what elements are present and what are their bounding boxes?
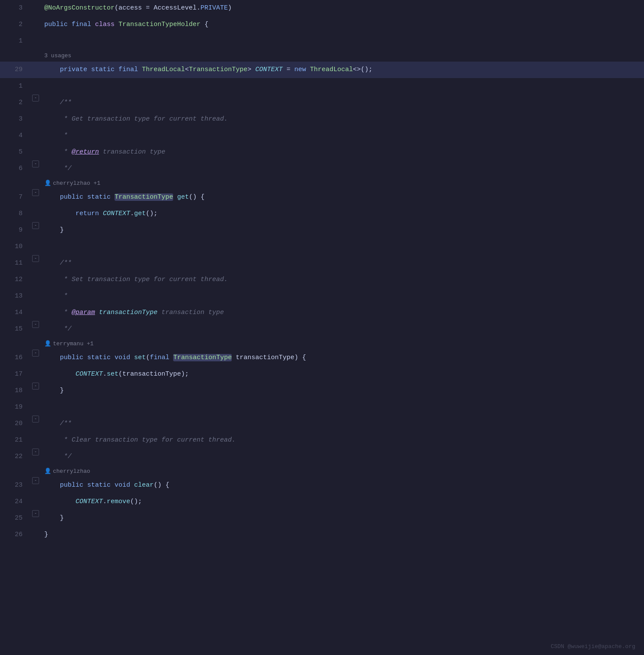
line-number: 14: [0, 305, 30, 321]
code-content: * Set transaction type for current threa…: [41, 272, 644, 288]
code-line: 29 private static final ThreadLocal<Tran…: [0, 62, 644, 78]
code-content: CONTEXT.remove();: [41, 494, 644, 510]
author-hint: 👤cherrylzhao +1: [0, 177, 644, 189]
fold-gutter[interactable]: -: [30, 189, 41, 196]
fold-gutter[interactable]: -: [30, 255, 41, 262]
code-line: 22- */: [0, 449, 644, 465]
code-line: 18- }: [0, 383, 644, 399]
line-number: 3: [0, 0, 30, 16]
author-icon: 👤: [44, 468, 51, 475]
code-line: 7- public static TransactionType get() {: [0, 189, 644, 206]
code-content: public final class TransactionTypeHolder…: [41, 16, 644, 33]
fold-icon[interactable]: -: [32, 510, 39, 517]
line-number: 10: [0, 239, 30, 255]
code-content: */: [41, 160, 644, 177]
line-number: 1: [0, 33, 30, 49]
code-content: /**: [41, 95, 644, 111]
fold-icon[interactable]: -: [32, 222, 39, 229]
line-number: 18: [0, 383, 30, 399]
code-line: 14 * @param transactionType transaction …: [0, 305, 644, 321]
fold-gutter[interactable]: -: [30, 510, 41, 517]
fold-gutter[interactable]: -: [30, 383, 41, 390]
code-content: * Get transaction type for current threa…: [41, 111, 644, 128]
line-number: 8: [0, 206, 30, 222]
line-number: 16: [0, 350, 30, 366]
code-line: 12 * Set transaction type for current th…: [0, 272, 644, 288]
code-line: 24 CONTEXT.remove();: [0, 494, 644, 510]
fold-icon[interactable]: -: [32, 350, 39, 357]
fold-icon[interactable]: -: [32, 383, 39, 390]
line-number: 9: [0, 222, 30, 239]
fold-gutter[interactable]: -: [30, 95, 41, 102]
author-icon: 👤: [44, 180, 51, 187]
code-content: @NoArgsConstructor(access = AccessLevel.…: [41, 0, 644, 16]
line-number: 11: [0, 255, 30, 272]
fold-icon[interactable]: -: [32, 160, 39, 167]
fold-icon[interactable]: -: [32, 95, 39, 102]
line-number: 19: [0, 399, 30, 416]
code-line: 8 return CONTEXT.get();: [0, 206, 644, 222]
code-content: return CONTEXT.get();: [41, 206, 644, 222]
fold-gutter[interactable]: -: [30, 222, 41, 229]
author-hint: 👤terrymanu +1: [0, 337, 644, 350]
line-number: 4: [0, 128, 30, 144]
line-number: 2: [0, 95, 30, 111]
fold-icon[interactable]: -: [32, 255, 39, 262]
line-number: 20: [0, 416, 30, 432]
line-number: 25: [0, 510, 30, 527]
code-content: private static final ThreadLocal<Transac…: [41, 62, 644, 78]
code-content: public static TransactionType get() {: [41, 189, 644, 206]
code-line: 23- public static void clear() {: [0, 477, 644, 494]
code-line: 10: [0, 239, 644, 255]
line-number: 21: [0, 432, 30, 449]
code-line: 1: [0, 33, 644, 49]
fold-icon[interactable]: -: [32, 449, 39, 455]
code-line: 21 * Clear transaction type for current …: [0, 432, 644, 449]
fold-gutter[interactable]: -: [30, 160, 41, 167]
line-number: 12: [0, 272, 30, 288]
code-line: 19: [0, 399, 644, 416]
code-content: }: [41, 222, 644, 239]
line-number: 3: [0, 111, 30, 128]
fold-gutter[interactable]: -: [30, 350, 41, 357]
code-content: *: [41, 288, 644, 305]
code-line: 3 * Get transaction type for current thr…: [0, 111, 644, 128]
fold-icon[interactable]: -: [32, 321, 39, 328]
author-icon: 👤: [44, 340, 51, 347]
code-content: *: [41, 128, 644, 144]
line-number: 5: [0, 144, 30, 160]
code-line: 25- }: [0, 510, 644, 527]
line-number: 13: [0, 288, 30, 305]
line-number: 22: [0, 449, 30, 465]
line-number: 1: [0, 78, 30, 95]
fold-icon[interactable]: -: [32, 477, 39, 484]
code-line: 9- }: [0, 222, 644, 239]
code-line: 2public final class TransactionTypeHolde…: [0, 16, 644, 33]
code-line: 2- /**: [0, 95, 644, 111]
fold-icon[interactable]: -: [32, 189, 39, 196]
code-content: CONTEXT.set(transactionType);: [41, 366, 644, 383]
line-number: 26: [0, 527, 30, 543]
code-line: 13 *: [0, 288, 644, 305]
code-line: 3@NoArgsConstructor(access = AccessLevel…: [0, 0, 644, 16]
fold-icon[interactable]: -: [32, 416, 39, 422]
code-content: public static void set(final Transaction…: [41, 350, 644, 366]
fold-gutter[interactable]: -: [30, 477, 41, 484]
code-line: 16- public static void set(final Transac…: [0, 350, 644, 366]
code-line: 4 *: [0, 128, 644, 144]
line-number: 2: [0, 16, 30, 33]
line-number: 24: [0, 494, 30, 510]
code-line: 6- */: [0, 160, 644, 177]
code-content: }: [41, 527, 644, 543]
fold-gutter[interactable]: -: [30, 449, 41, 455]
code-content: * @param transactionType transaction typ…: [41, 305, 644, 321]
fold-gutter[interactable]: -: [30, 416, 41, 422]
code-content: }: [41, 383, 644, 399]
code-line: 5 * @return transaction type: [0, 144, 644, 160]
code-line: 20- /**: [0, 416, 644, 432]
code-line: 26}: [0, 527, 644, 543]
code-line: 11- /**: [0, 255, 644, 272]
line-number: 23: [0, 477, 30, 494]
line-number: 7: [0, 189, 30, 206]
fold-gutter[interactable]: -: [30, 321, 41, 328]
